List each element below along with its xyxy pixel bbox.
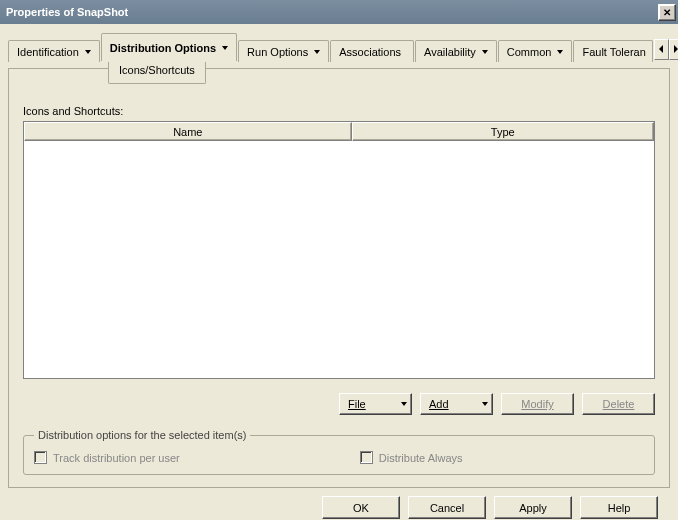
button-label: Cancel (430, 502, 464, 514)
modify-button: Modify (501, 393, 574, 415)
column-label: Type (491, 126, 515, 138)
tab-scroll-right[interactable] (669, 39, 678, 60)
ok-button[interactable]: OK (322, 496, 400, 519)
list-header: Name Type (24, 122, 654, 141)
tab-label: Run Options (247, 46, 308, 58)
panel-label: Icons and Shortcuts: (23, 105, 655, 117)
list-button-row: File Add Modify Delete (23, 393, 655, 415)
groupbox-legend: Distribution options for the selected it… (34, 429, 250, 441)
close-icon: ✕ (663, 7, 671, 18)
apply-button[interactable]: Apply (494, 496, 572, 519)
chevron-down-icon (314, 50, 320, 54)
tab-identification[interactable]: Identification (8, 40, 100, 62)
titlebar: Properties of SnapShot ✕ (0, 0, 678, 24)
chevron-down-icon (222, 46, 228, 50)
checkbox-label: Distribute Always (379, 452, 463, 464)
icons-shortcuts-list[interactable]: Name Type (23, 121, 655, 379)
tab-label: Associations (339, 46, 401, 58)
help-button[interactable]: Help (580, 496, 658, 519)
close-button[interactable]: ✕ (658, 4, 676, 21)
chevron-down-icon (557, 50, 563, 54)
button-label: Modify (502, 398, 573, 410)
tab-label: Identification (17, 46, 79, 58)
chevron-down-icon (482, 402, 488, 406)
column-label: Name (173, 126, 202, 138)
button-label: OK (353, 502, 369, 514)
file-button[interactable]: File (339, 393, 412, 415)
chevron-down-icon (482, 50, 488, 54)
tab-run-options[interactable]: Run Options (238, 40, 329, 62)
button-label: Apply (519, 502, 547, 514)
window-title: Properties of SnapShot (6, 6, 657, 18)
list-body[interactable] (24, 141, 654, 378)
content-area: Identification Distribution Options Run … (0, 24, 678, 520)
button-label: Delete (583, 398, 654, 410)
column-header-name[interactable]: Name (24, 122, 352, 141)
track-distribution-checkbox: Track distribution per user (34, 451, 180, 464)
tab-fault-tolerance[interactable]: Fault Toleran (573, 40, 652, 62)
checkbox-label: Track distribution per user (53, 452, 180, 464)
distribute-always-checkbox: Distribute Always (360, 451, 463, 464)
chevron-left-icon (659, 45, 663, 53)
button-label: Help (608, 502, 631, 514)
chevron-right-icon (674, 45, 678, 53)
tab-label: Distribution Options (110, 42, 216, 54)
add-button[interactable]: Add (420, 393, 493, 415)
tab-label: Fault Toleran (582, 46, 645, 58)
tab-scroll-controls (654, 39, 678, 60)
dialog-button-row: OK Cancel Apply Help (8, 488, 670, 519)
delete-button: Delete (582, 393, 655, 415)
tab-bar: Identification Distribution Options Run … (8, 32, 670, 66)
tab-associations[interactable]: Associations (330, 40, 414, 62)
checkbox-icon (34, 451, 47, 464)
tab-scroll-left[interactable] (654, 39, 669, 60)
chevron-down-icon (85, 50, 91, 54)
checkbox-icon (360, 451, 373, 464)
distribution-options-group: Distribution options for the selected it… (23, 429, 655, 475)
checkbox-row: Track distribution per user Distribute A… (34, 451, 644, 464)
column-header-type[interactable]: Type (352, 122, 654, 141)
tab-panel: Icons and Shortcuts: Name Type File Add (8, 68, 670, 488)
button-label: Add (421, 398, 482, 410)
cancel-button[interactable]: Cancel (408, 496, 486, 519)
tab-common[interactable]: Common (498, 40, 573, 62)
subtab-icons-shortcuts[interactable]: Icons/Shortcuts (108, 62, 206, 84)
tab-label: Common (507, 46, 552, 58)
button-label: File (340, 398, 401, 410)
tab-label: Availability (424, 46, 476, 58)
subtab-label: Icons/Shortcuts (119, 64, 195, 76)
tab-availability[interactable]: Availability (415, 40, 497, 62)
tab-distribution-options[interactable]: Distribution Options (101, 33, 237, 61)
chevron-down-icon (401, 402, 407, 406)
